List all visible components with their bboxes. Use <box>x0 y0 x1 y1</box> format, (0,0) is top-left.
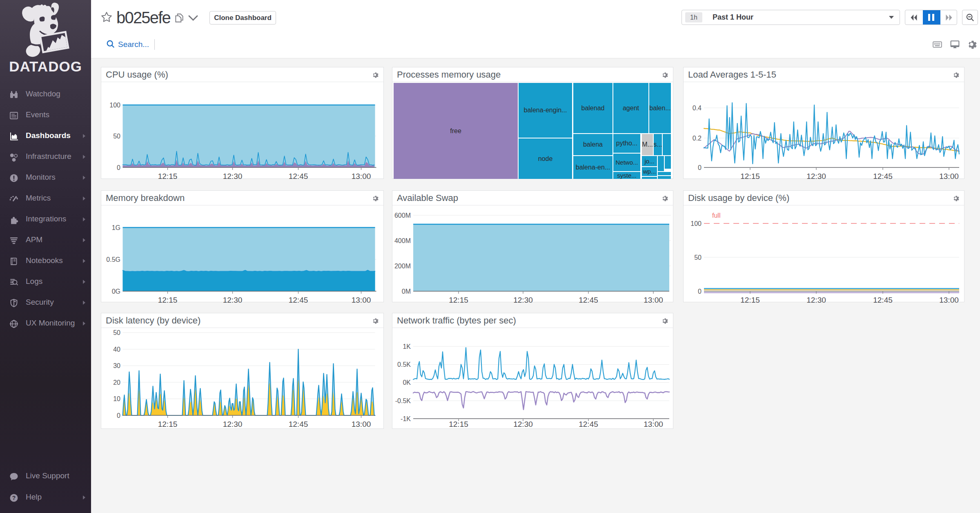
svg-text:12:45: 12:45 <box>873 296 893 303</box>
svg-text:balenad: balenad <box>581 105 605 112</box>
svg-text:node: node <box>538 155 553 162</box>
svg-text:1K: 1K <box>403 343 411 350</box>
svg-text:12:30: 12:30 <box>223 296 243 303</box>
svg-text:13:00: 13:00 <box>644 296 663 303</box>
svg-text:0.2: 0.2 <box>693 135 702 142</box>
svg-text:M...: M... <box>642 141 653 148</box>
svg-text:12:15: 12:15 <box>158 172 178 179</box>
svg-text:13:00: 13:00 <box>939 172 959 179</box>
svg-text:free: free <box>450 127 461 134</box>
svg-text:12:30: 12:30 <box>806 172 826 179</box>
svg-text:12:45: 12:45 <box>289 420 308 428</box>
svg-text:0G: 0G <box>112 288 120 295</box>
svg-text:wp...: wp... <box>643 168 656 175</box>
svg-text:12:15: 12:15 <box>740 172 760 179</box>
svg-text:12:45: 12:45 <box>289 172 308 179</box>
svg-text:1G: 1G <box>112 224 120 231</box>
svg-text:0.5K: 0.5K <box>397 361 411 368</box>
svg-text:balena-engin...: balena-engin... <box>524 107 567 114</box>
svg-text:30: 30 <box>113 362 120 369</box>
svg-text:50: 50 <box>113 133 120 140</box>
svg-text:13:00: 13:00 <box>352 420 371 428</box>
svg-text:agent: agent <box>623 105 639 112</box>
svg-text:12:30: 12:30 <box>806 296 826 303</box>
svg-text:13:00: 13:00 <box>939 296 959 303</box>
svg-text:12:30: 12:30 <box>513 420 533 428</box>
svg-text:balen...: balen... <box>649 105 670 112</box>
svg-text:0: 0 <box>117 412 120 419</box>
svg-text:s...: s... <box>653 141 662 148</box>
svg-text:0.5G: 0.5G <box>106 256 120 263</box>
svg-text:0K: 0K <box>403 379 411 386</box>
svg-text:600M: 600M <box>394 212 411 219</box>
svg-text:200M: 200M <box>394 263 411 270</box>
svg-text:balena: balena <box>583 141 603 148</box>
svg-text:balena-en...: balena-en... <box>576 164 610 171</box>
svg-text:12:15: 12:15 <box>449 420 468 428</box>
svg-text:12:15: 12:15 <box>158 296 178 303</box>
svg-text:-1K: -1K <box>401 415 411 422</box>
svg-text:100: 100 <box>109 102 120 109</box>
svg-text:0M: 0M <box>402 288 411 295</box>
svg-text:0: 0 <box>698 164 702 171</box>
svg-text:50: 50 <box>694 254 702 261</box>
svg-text:13:00: 13:00 <box>352 172 371 179</box>
svg-text:50: 50 <box>113 329 120 336</box>
svg-text:40: 40 <box>113 346 120 353</box>
svg-text:pytho...: pytho... <box>616 140 637 147</box>
svg-text:12:45: 12:45 <box>873 172 893 179</box>
svg-text:12:15: 12:15 <box>158 420 178 428</box>
svg-text:0: 0 <box>117 164 120 171</box>
svg-text:12:15: 12:15 <box>449 296 468 303</box>
svg-text:jo...: jo... <box>644 158 654 165</box>
svg-text:?: ? <box>12 495 16 501</box>
svg-text:12:15: 12:15 <box>740 296 760 303</box>
svg-text:12:30: 12:30 <box>223 172 243 179</box>
svg-text:13:00: 13:00 <box>352 296 371 303</box>
svg-text:12:45: 12:45 <box>579 420 598 428</box>
svg-text:12:30: 12:30 <box>513 296 533 303</box>
svg-text:-0.5K: -0.5K <box>395 397 411 404</box>
svg-text:syste...: syste... <box>617 172 637 179</box>
svg-text:100: 100 <box>690 220 702 227</box>
svg-text:Netwo...: Netwo... <box>615 159 638 166</box>
svg-text:full: full <box>712 212 720 219</box>
svg-text:0.4: 0.4 <box>693 105 702 112</box>
svg-text:13:00: 13:00 <box>644 420 663 428</box>
svg-text:12:30: 12:30 <box>223 420 243 428</box>
svg-text:20: 20 <box>113 379 120 386</box>
svg-text:10: 10 <box>113 395 120 402</box>
svg-text:400M: 400M <box>394 237 411 244</box>
svg-text:12:45: 12:45 <box>579 296 598 303</box>
svg-text:0: 0 <box>698 288 702 295</box>
svg-text:12:45: 12:45 <box>289 296 308 303</box>
